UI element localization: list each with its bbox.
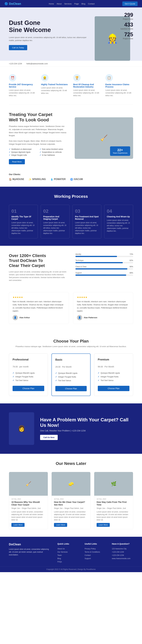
stats-headline: Over 1200+ Clients Trust DoClean To Clea… bbox=[9, 253, 67, 268]
news-img-2: 🌿 bbox=[94, 472, 133, 496]
nav-home[interactable]: Home bbox=[49, 3, 54, 5]
plan-name-2: Premium bbox=[98, 358, 130, 361]
get-quote-button[interactable]: Get A Quote bbox=[122, 2, 138, 6]
ul-3[interactable]: Support bbox=[85, 557, 106, 560]
plan-features-2: Quisque Blandit Ligula Integer Feugiat N… bbox=[98, 371, 130, 382]
check-2: Quisque dignissim ligula bbox=[9, 151, 37, 153]
ql-4[interactable]: FAQs bbox=[57, 560, 79, 564]
stats-text: Over 1200+ Clients Trust DoClean To Clea… bbox=[9, 253, 67, 282]
choose-plan-1[interactable]: Choose Plan bbox=[55, 386, 87, 391]
choose-plan-0[interactable]: Choose Plan bbox=[12, 386, 44, 391]
clients-logos: 🏠 MyHOUSE ✨ SPARKLING 💧 POWATER 🌀 iVACUM bbox=[9, 178, 133, 181]
nav-contact[interactable]: Contact bbox=[88, 3, 95, 5]
feature-2-title: Best Of Cleanup And Restoration Industry bbox=[73, 83, 101, 88]
cta-text: Have A Problem With Your Carpet? Call Us… bbox=[40, 417, 133, 440]
ul-0[interactable]: Privacy Policy bbox=[85, 547, 106, 550]
stats-section: Over 1200+ Clients Trust DoClean To Clea… bbox=[0, 246, 142, 289]
testimonial-text-0: Nam mi blandit, interdum sem nam. Interd… bbox=[12, 300, 65, 312]
news-date-2: 10 Feb, 2022 bbox=[97, 498, 131, 500]
fc-address: 123 Awesome City bbox=[112, 547, 133, 550]
stars-1: ★★★★★ bbox=[77, 296, 130, 299]
feature-1-1: Integer Feugiat Nulla bbox=[55, 375, 87, 379]
feature-3-desc: Lorem ipsum dolor sit amet, consectetur … bbox=[106, 89, 133, 97]
stars-0: ★★★★★ bbox=[12, 296, 65, 299]
nav-links: Home About Services Page Blog Contact bbox=[49, 3, 95, 5]
logo: 🔵 DoClean bbox=[4, 2, 21, 6]
useful-links-title: Useful Links bbox=[85, 543, 106, 545]
check-4: Integer feugiat nulla bbox=[9, 154, 37, 156]
news-cta-1[interactable]: Learn More bbox=[54, 523, 67, 527]
feature-0-0: Quisque Blandit Ligula bbox=[12, 371, 44, 375]
feature-1: 👷 Highly Trained Technicians Lorem ipsum… bbox=[41, 74, 69, 97]
navbar: 🔵 DoClean Home About Services Page Blog … bbox=[0, 0, 142, 8]
feature-0-1: Integer Feugiat Nulla bbox=[12, 375, 44, 378]
ql-3[interactable]: Blog bbox=[57, 557, 79, 560]
news-0: 🧹 10 Feb, 2022 10 Reasons Why You Should… bbox=[9, 472, 48, 529]
bar-0: Identity 72% bbox=[75, 253, 133, 257]
features-section: ⏰ Provide 24/7 Emergency Service Lorem i… bbox=[0, 67, 142, 104]
footer-desc: Lorem ipsum dolor sit amet, consectetur … bbox=[9, 548, 51, 556]
news-title-2: How Stay Calm From The First Time bbox=[97, 501, 131, 506]
news-text-2: Lorem ipsum dolor sit amet, consectetur … bbox=[97, 510, 131, 521]
news-content-0: 10 Feb, 2022 10 Reasons Why You Should C… bbox=[9, 496, 48, 529]
nav-blog[interactable]: Blog bbox=[82, 3, 85, 5]
carpet-image: 🧹 22+ Years Experiences bbox=[75, 117, 133, 159]
nav-page[interactable]: Page bbox=[74, 3, 79, 5]
bar-1: Technique 82% bbox=[75, 260, 133, 263]
nav-about[interactable]: About bbox=[56, 3, 62, 5]
news-cta-2[interactable]: Learn More bbox=[97, 523, 110, 527]
news-content-1: 10 Feb, 2022 How Do We Clean Your Carpet… bbox=[52, 496, 90, 529]
stats-bars: Identity 72% Technique 82% Clean & Clear… bbox=[75, 253, 133, 278]
news-img-0: 🧹 bbox=[9, 472, 48, 496]
footer-quick-links: Quick Links About Us Our Services Team B… bbox=[57, 543, 79, 564]
footer-contact-list: 123 Awesome City +123-234-1234 +123-234-… bbox=[112, 547, 133, 560]
footer-contact-title: Have A Question? bbox=[112, 543, 133, 545]
bar-3: Support 88% bbox=[75, 272, 133, 276]
nav-services[interactable]: Services bbox=[64, 3, 72, 5]
plan-price-1: 29.00 Per Month bbox=[55, 362, 87, 369]
author-0: 👤 Alan Arthur bbox=[12, 315, 65, 320]
ql-0[interactable]: About Us bbox=[57, 547, 79, 550]
feature-0-desc: Lorem ipsum dolor sit amet, consectetur … bbox=[9, 89, 37, 97]
plan-price-2: 99.00 Por Month bbox=[98, 362, 130, 369]
hero-section: Dust Gone Sine Welcome Lorem ipsum dolor… bbox=[0, 8, 142, 61]
news-title: Our News Later bbox=[9, 461, 133, 466]
feature-2-desc: Lorem ipsum dolor sit amet, consectetur … bbox=[73, 89, 101, 97]
logo-icon: 🔵 bbox=[4, 2, 8, 6]
client-3: 🌀 iVACUM bbox=[70, 178, 83, 181]
experience-badge: 22+ Years Experiences bbox=[110, 146, 130, 156]
feature-1-icon: 👷 bbox=[41, 74, 48, 82]
feature-2-2: Tod Sed Varius bbox=[98, 378, 130, 382]
ul-1[interactable]: Terms & Conditions bbox=[85, 550, 106, 554]
testimonial-1: ★★★★★ Nam mi blandit, interdum sem nam. … bbox=[73, 292, 133, 324]
carpet-headline: Treating Your Carpet Well To Look Good bbox=[9, 112, 67, 122]
step-3: 04 Cleaning And Wram-Up Lorem ipsum dolo… bbox=[104, 205, 133, 238]
choose-plan-2[interactable]: Choose Plan bbox=[98, 386, 130, 391]
read-more-button[interactable]: Read More bbox=[9, 159, 25, 164]
ql-2[interactable]: Team bbox=[57, 554, 79, 557]
ul-2[interactable]: Contact bbox=[85, 554, 106, 557]
feature-0: ⏰ Provide 24/7 Emergency Service Lorem i… bbox=[9, 74, 37, 97]
plan-professional: Professional 79.00 per month Quisque Bla… bbox=[9, 354, 48, 396]
news-content-2: 10 Feb, 2022 How Stay Calm From The Firs… bbox=[94, 496, 133, 529]
hero-cta-button[interactable]: Call Us Today bbox=[9, 45, 27, 50]
news-section: Our News Later 🧹 10 Feb, 2022 10 Reasons… bbox=[0, 454, 142, 537]
ql-1[interactable]: Our Services bbox=[57, 550, 79, 554]
cta-button[interactable]: Call Us Now bbox=[40, 435, 58, 440]
news-grid: 🧹 10 Feb, 2022 10 Reasons Why You Should… bbox=[9, 472, 133, 529]
news-cta-0[interactable]: Learn More bbox=[11, 523, 24, 527]
contact-email: hello@awesomesite.com bbox=[26, 62, 48, 65]
feature-0-title: Provide 24/7 Emergency Service bbox=[9, 83, 37, 88]
hero-text: Dust Gone Sine Welcome Lorem ipsum dolor… bbox=[9, 16, 89, 50]
bar-2: Clean & Clear 90% bbox=[75, 266, 133, 270]
news-date-1: 10 Feb, 2022 bbox=[54, 498, 88, 500]
feature-2: 🏆 Best Of Cleanup And Restoration Indust… bbox=[73, 74, 101, 97]
feature-0-2: Tod Sed Varius bbox=[12, 378, 44, 382]
feature-3-icon: 📋 bbox=[106, 74, 113, 82]
feature-0-icon: ⏰ bbox=[9, 74, 16, 82]
feature-3: 📋 Easier Insurance Claims Process Lorem … bbox=[106, 74, 133, 97]
clients-section: Our Clients: 🏠 MyHOUSE ✨ SPARKLING 💧 POW… bbox=[0, 172, 142, 187]
stats-desc: Lorem ipsum dolor sit amet, consectetur … bbox=[9, 270, 67, 282]
cta-headline: Have A Problem With Your Carpet? Call Us… bbox=[40, 417, 133, 428]
check-3: Suspendisse eu vehicula bbox=[40, 151, 67, 153]
